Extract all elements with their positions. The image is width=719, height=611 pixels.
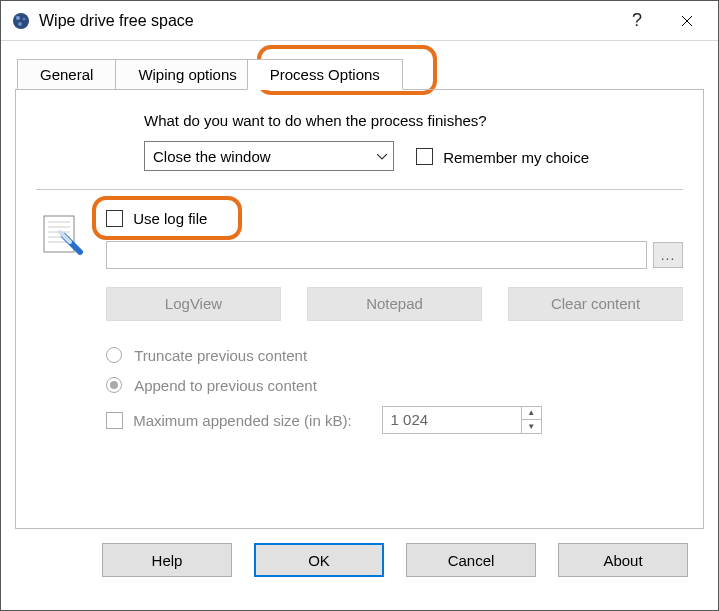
spinner-down-icon[interactable]: ▼: [522, 420, 541, 433]
use-log-file-label: Use log file: [133, 210, 207, 227]
log-path-input[interactable]: [106, 241, 647, 269]
svg-point-3: [18, 22, 22, 26]
cancel-button[interactable]: Cancel: [406, 543, 536, 577]
finish-question-label: What do you want to do when the process …: [144, 112, 683, 129]
spinner-up-icon[interactable]: ▲: [522, 407, 541, 421]
browse-button[interactable]: ...: [653, 242, 683, 268]
max-size-spinner[interactable]: 1 024 ▲ ▼: [382, 406, 542, 434]
truncate-radio[interactable]: Truncate previous content: [106, 345, 683, 364]
radio-icon: [106, 347, 122, 363]
help-button-titlebar[interactable]: ?: [614, 6, 660, 36]
spinner-buttons: ▲ ▼: [521, 407, 541, 433]
chevron-down-icon: [377, 149, 387, 163]
max-size-checkbox[interactable]: Maximum appended size (in kB):: [106, 410, 352, 429]
ok-button[interactable]: OK: [254, 543, 384, 577]
truncate-label: Truncate previous content: [134, 346, 307, 363]
checkbox-icon: [416, 148, 433, 165]
help-button[interactable]: Help: [102, 543, 232, 577]
log-file-icon: [40, 212, 86, 258]
tab-general[interactable]: General: [17, 59, 116, 90]
checkbox-icon: [106, 210, 123, 227]
radio-icon: [106, 377, 122, 393]
append-label: Append to previous content: [134, 377, 317, 394]
about-button[interactable]: About: [558, 543, 688, 577]
clear-content-button[interactable]: Clear content: [508, 287, 683, 321]
max-size-label: Maximum appended size (in kB):: [133, 412, 351, 429]
svg-point-0: [13, 13, 29, 29]
append-radio[interactable]: Append to previous content: [106, 375, 683, 394]
remember-choice-checkbox[interactable]: Remember my choice: [416, 147, 589, 166]
window-title: Wipe drive free space: [39, 12, 614, 30]
checkbox-icon: [106, 412, 123, 429]
use-log-file-checkbox[interactable]: Use log file: [106, 208, 207, 225]
dialog-footer: Help OK Cancel About: [15, 529, 704, 577]
close-button[interactable]: [664, 6, 710, 36]
finish-action-value: Close the window: [153, 148, 271, 165]
svg-point-2: [23, 17, 26, 20]
svg-point-1: [16, 16, 20, 20]
notepad-button[interactable]: Notepad: [307, 287, 482, 321]
tab-panel: What do you want to do when the process …: [15, 89, 704, 529]
app-icon: [11, 11, 31, 31]
remember-choice-label: Remember my choice: [443, 148, 589, 165]
max-size-value: 1 024: [383, 411, 521, 428]
separator: [36, 189, 683, 190]
finish-action-combo[interactable]: Close the window: [144, 141, 394, 171]
tab-wiping-options[interactable]: Wiping options: [115, 59, 247, 90]
logview-button[interactable]: LogView: [106, 287, 281, 321]
tab-strip: General Wiping options Process Options: [15, 59, 704, 90]
titlebar: Wipe drive free space ?: [1, 1, 718, 41]
svg-rect-4: [44, 216, 74, 252]
tab-process-options[interactable]: Process Options: [247, 59, 403, 90]
